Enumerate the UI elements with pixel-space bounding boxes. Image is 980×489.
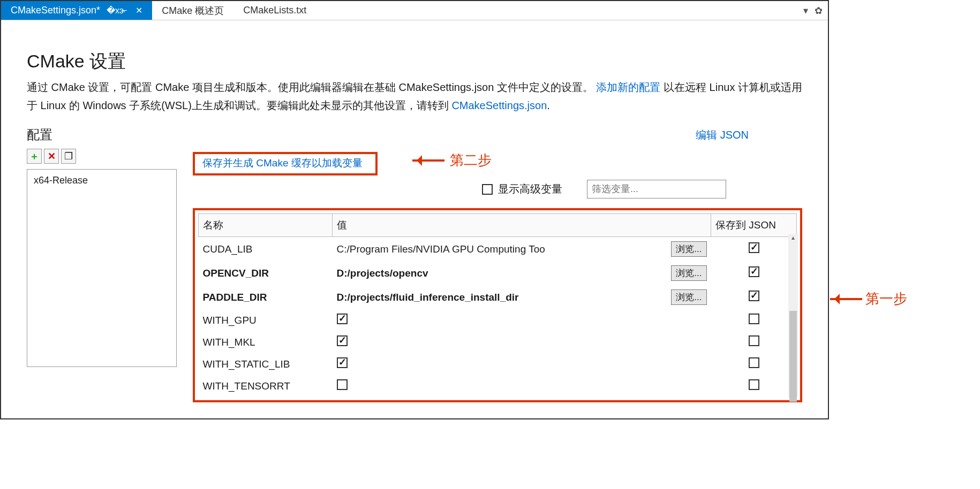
config-heading: 配置 [27,126,187,143]
table-row: PADDLE_DIRD:/projects/fluid_inference_in… [199,285,797,309]
save-json-cell [711,285,797,309]
config-list[interactable]: x64-Release [27,169,177,367]
browse-button[interactable]: 浏览... [671,265,706,281]
save-json-checkbox[interactable] [749,314,759,324]
show-advanced-label: 显示高级变量 [498,182,562,196]
var-value[interactable]: C:/Program Files/NVIDIA GPU Computing To… [333,237,711,262]
filter-variables-input[interactable] [587,180,726,198]
var-value[interactable] [333,353,711,375]
save-json-cell [711,261,797,285]
save-json-checkbox[interactable] [749,242,759,253]
annotation-box-step1: 名称 值 保存到 JSON CUDA_LIBC:/Program Files/N… [193,208,802,402]
table-row: WITH_MKL [199,331,797,353]
tab-strip: CMakeSettings.json* �хэ ⫟ ✕ CMake 概述页 CM… [1,1,828,20]
col-save[interactable]: 保存到 JSON [711,214,797,237]
save-json-checkbox[interactable] [749,266,759,277]
desc-text: 通过 CMake 设置，可配置 CMake 项目生成和版本。使用此编辑器编辑在基… [27,81,596,93]
table-row: CUDA_LIBC:/Program Files/NVIDIA GPU Comp… [199,237,797,262]
page-description: 通过 CMake 设置，可配置 CMake 项目生成和版本。使用此编辑器编辑在基… [27,78,802,114]
annotation-step2: 第二步 [450,151,492,170]
var-name[interactable]: WITH_GPU [199,309,333,331]
page-title: CMake 设置 [27,49,802,74]
content-area: CMake 设置 通过 CMake 设置，可配置 CMake 项目生成和版本。使… [1,20,828,418]
table-row: WITH_GPU [199,309,797,331]
scrollbar[interactable]: ▴ [788,234,798,397]
save-json-cell [711,353,797,375]
table-row: WITH_STATIC_LIB [199,353,797,375]
var-name[interactable]: WITH_TENSORRT [199,375,333,397]
config-item[interactable]: x64-Release [27,170,176,192]
save-generate-cache-link[interactable]: 保存并生成 CMake 缓存以加载变量 [202,157,363,169]
var-name[interactable]: CUDA_LIB [199,237,333,262]
config-toolbar: ＋ ✕ ❐ [27,149,177,164]
var-value-text[interactable]: C:/Program Files/NVIDIA GPU Computing To… [337,243,672,255]
arrow-icon [412,159,444,162]
value-checkbox[interactable] [337,314,348,324]
settings-json-link[interactable]: CMakeSettings.json [451,100,547,111]
annotation-box-step2: 保存并生成 CMake 缓存以加载变量 [193,152,378,175]
tab-cmake-settings[interactable]: CMakeSettings.json* �хэ ⫟ ✕ [1,1,152,20]
var-value[interactable] [333,375,711,397]
var-value[interactable]: D:/projects/fluid_inference_install_dir浏… [333,285,711,309]
value-checkbox[interactable] [337,335,348,346]
tab-label: CMakeSettings.json* [11,5,100,16]
var-value-text[interactable]: D:/projects/fluid_inference_install_dir [337,292,672,303]
var-name[interactable]: WITH_STATIC_LIB [199,353,333,375]
save-json-checkbox[interactable] [749,335,759,346]
var-value[interactable] [333,331,711,353]
add-config-button[interactable]: ＋ [27,149,42,164]
value-checkbox[interactable] [337,379,348,390]
save-json-cell [711,375,797,397]
annotation-step1: 第一步 [865,289,907,308]
table-row: OPENCV_DIRD:/projects/opencv浏览... [199,261,797,285]
var-name[interactable]: PADDLE_DIR [199,285,333,309]
save-json-checkbox[interactable] [749,357,759,368]
col-value[interactable]: 值 [333,214,711,237]
scroll-up-icon[interactable]: ▴ [788,234,798,243]
delete-config-button[interactable]: ✕ [44,149,59,164]
var-name[interactable]: WITH_MKL [199,331,333,353]
editor-window: CMakeSettings.json* �хэ ⫟ ✕ CMake 概述页 CM… [0,0,829,419]
var-value-text[interactable]: D:/projects/opencv [337,268,672,279]
gear-icon[interactable]: ✿ [815,5,823,17]
table-row: WITH_TENSORRT [199,375,797,397]
value-checkbox[interactable] [337,357,348,368]
arrow-icon [830,298,862,300]
edit-json-link[interactable]: 编辑 JSON [696,128,749,142]
save-json-checkbox[interactable] [749,291,759,301]
variables-table: 名称 值 保存到 JSON CUDA_LIBC:/Program Files/N… [198,213,797,397]
col-name[interactable]: 名称 [199,214,333,237]
copy-config-button[interactable]: ❐ [61,149,76,164]
var-name[interactable]: OPENCV_DIR [199,261,333,285]
tab-label: CMake 概述页 [162,4,224,17]
save-json-cell [711,309,797,331]
save-json-cell [711,331,797,353]
scroll-thumb[interactable] [789,311,797,402]
var-value[interactable] [333,309,711,331]
desc-text: . [547,100,550,111]
tab-label: CMakeLists.txt [243,5,306,16]
browse-button[interactable]: 浏览... [671,241,706,257]
save-json-checkbox[interactable] [749,379,759,390]
save-json-cell [711,237,797,262]
show-advanced-checkbox[interactable] [482,184,493,195]
pin-icon[interactable]: ⫟ [120,6,129,16]
chevron-down-icon[interactable]: ▾ [803,5,808,17]
tab-cmakelists[interactable]: CMakeLists.txt [233,1,316,20]
var-value[interactable]: D:/projects/opencv浏览... [333,261,711,285]
add-config-link[interactable]: 添加新的配置 [596,81,660,93]
close-icon[interactable]: ✕ [135,5,142,16]
browse-button[interactable]: 浏览... [671,289,706,305]
tab-cmake-overview[interactable]: CMake 概述页 [152,1,233,20]
